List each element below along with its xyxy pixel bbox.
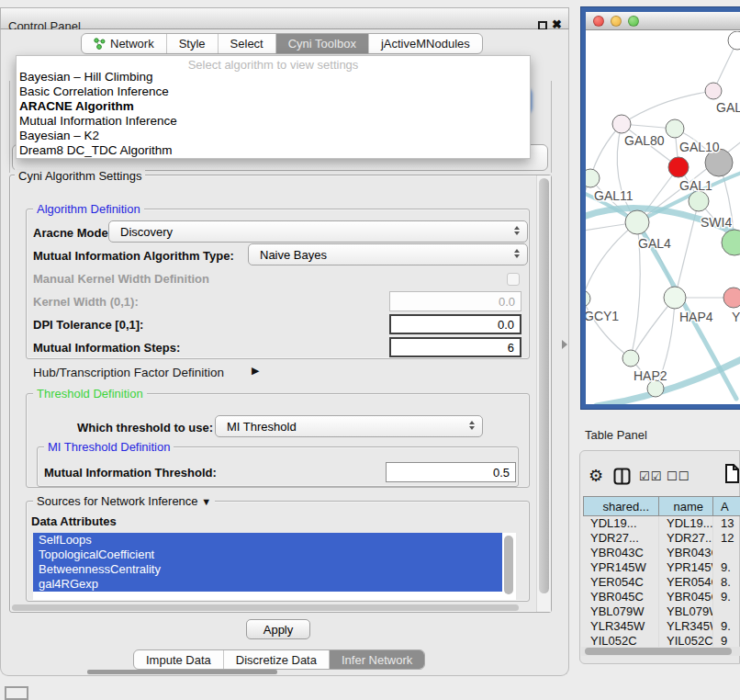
- network-node[interactable]: [705, 83, 722, 99]
- table-cell[interactable]: YBL079W: [583, 604, 659, 619]
- network-window-titlebar[interactable]: [586, 12, 740, 30]
- table-row[interactable]: YBR043C YBR043C: [583, 546, 740, 560]
- aracne-mode-select[interactable]: Discovery: [108, 220, 528, 243]
- dpi-tolerance-input[interactable]: 0.0: [389, 314, 521, 334]
- settings-vertical-scrollbar-track[interactable]: [536, 175, 551, 612]
- table-row[interactable]: YLR345W YLR345W 9.: [583, 619, 740, 634]
- attribute-item-selected[interactable]: TopologicalCoefficient: [33, 548, 502, 562]
- table-cell[interactable]: YDR27...: [659, 531, 713, 546]
- tab-jactivemnodules[interactable]: jActiveMNodules: [368, 34, 482, 53]
- network-node-gal1-red[interactable]: [668, 157, 689, 177]
- column-header-shared-name[interactable]: shared...: [583, 496, 659, 516]
- columns-icon[interactable]: [613, 468, 631, 485]
- table-cell[interactable]: YBR045C: [659, 590, 713, 604]
- network-view-window[interactable]: GAL GAL80 GAL10 GAL1 GAL11 SWI4 GAL4 GCY…: [581, 7, 740, 409]
- table-cell[interactable]: YLR345W: [659, 619, 713, 634]
- tab-style[interactable]: Style: [166, 34, 218, 53]
- mi-steps-input[interactable]: 6: [389, 337, 521, 357]
- table-cell[interactable]: YDL19...: [583, 516, 659, 531]
- kernel-width-input[interactable]: 0.0: [389, 291, 521, 311]
- column-header-name[interactable]: name: [659, 496, 713, 516]
- table-cell[interactable]: 8.: [713, 575, 740, 590]
- network-canvas[interactable]: GAL GAL80 GAL10 GAL1 GAL11 SWI4 GAL4 GCY…: [586, 31, 740, 404]
- table-cell[interactable]: [713, 546, 740, 560]
- table-cell[interactable]: 9.: [713, 619, 740, 634]
- control-panel-bottom-scrollbar-thumb[interactable]: [87, 670, 277, 674]
- table-cell[interactable]: 12: [713, 531, 740, 546]
- tab-network[interactable]: Network: [82, 34, 166, 53]
- algorithm-option-mutual-information[interactable]: Mutual Information Inference: [17, 114, 530, 129]
- hub-definition-label[interactable]: Hub/Transcription Factor Definition: [33, 366, 224, 379]
- table-row[interactable]: YDL19... YDL19... 13: [583, 516, 740, 531]
- control-panel-titlebar[interactable]: Control Panel ✖: [0, 7, 569, 29]
- mi-threshold-input[interactable]: 0.5: [386, 462, 516, 482]
- table-cell[interactable]: YPR145W: [583, 560, 659, 575]
- table-cell[interactable]: YER054C: [659, 575, 713, 590]
- table-cell[interactable]: YBR043C: [583, 546, 659, 560]
- network-node[interactable]: [728, 31, 740, 50]
- network-node-hap2[interactable]: [622, 350, 639, 367]
- table-horizontal-scrollbar-thumb[interactable]: [585, 648, 732, 655]
- apply-button[interactable]: Apply: [246, 619, 310, 639]
- algorithm-option-dream8[interactable]: Dream8 DC_TDC Algorithm: [17, 143, 530, 158]
- network-node-swi4[interactable]: [689, 191, 709, 211]
- table-cell[interactable]: YPR145W: [659, 560, 713, 575]
- table-cell[interactable]: 9.: [713, 590, 740, 604]
- table-cell[interactable]: YLR345W: [583, 619, 659, 634]
- table-row[interactable]: YBR045C YBR045C 9.: [583, 590, 740, 604]
- network-node-gcy1[interactable]: [586, 290, 590, 307]
- network-node-gal10[interactable]: [666, 119, 684, 138]
- table-cell[interactable]: 13: [713, 516, 740, 531]
- attribute-item-selected[interactable]: BetweennessCentrality: [33, 562, 502, 577]
- close-traffic-light-icon[interactable]: [593, 16, 604, 27]
- network-node-salmon[interactable]: [723, 288, 740, 308]
- attribute-item-selected[interactable]: SelfLoops: [33, 533, 502, 548]
- mi-algorithm-type-select[interactable]: Naive Bayes: [248, 243, 528, 265]
- table-cell[interactable]: YBL079W: [659, 604, 713, 619]
- algorithm-option-aracne[interactable]: ARACNE Algorithm: [17, 99, 530, 114]
- table-cell[interactable]: YDR27...: [583, 531, 659, 546]
- select-all-checkboxes-icon[interactable]: ☑☑: [639, 469, 662, 483]
- file-export-icon[interactable]: [724, 463, 740, 484]
- attribute-item-selected[interactable]: gal4RGexp: [33, 577, 502, 592]
- table-cell[interactable]: YBR045C: [583, 590, 659, 604]
- table-row[interactable]: YPR145W YPR145W 9.: [583, 560, 740, 575]
- tab-discretize-data[interactable]: Discretize Data: [223, 650, 329, 669]
- expand-down-icon[interactable]: ▼: [201, 496, 211, 507]
- tab-select[interactable]: Select: [218, 34, 275, 53]
- expand-right-icon[interactable]: ▶: [252, 365, 259, 377]
- table-cell[interactable]: YDL19...: [659, 516, 713, 531]
- panel-divider-handle[interactable]: [562, 340, 567, 349]
- partial-button-bottom-left[interactable]: [5, 686, 28, 700]
- network-node-hap4[interactable]: [664, 287, 686, 309]
- zoom-traffic-light-icon[interactable]: [628, 16, 639, 27]
- column-header-clipped[interactable]: A: [713, 496, 740, 516]
- network-node-gal80[interactable]: [612, 115, 631, 133]
- tab-infer-network[interactable]: Infer Network: [329, 650, 424, 669]
- network-node-gal4[interactable]: [625, 210, 649, 234]
- data-attributes-list[interactable]: SelfLoops TopologicalCoefficient Between…: [33, 533, 516, 600]
- sources-group-title[interactable]: Sources for Network Inference ▼: [33, 494, 215, 508]
- deselect-all-checkboxes-icon[interactable]: ☐☐: [667, 469, 690, 483]
- tab-impute-data[interactable]: Impute Data: [134, 650, 223, 669]
- algorithm-option-basic-correlation[interactable]: Basic Correlation Inference: [17, 85, 530, 99]
- network-node-gal11[interactable]: [586, 169, 600, 187]
- table-row[interactable]: YER054C YER054C 8.: [583, 575, 740, 590]
- algorithm-option-bayesian-k2[interactable]: Bayesian – K2: [17, 129, 530, 143]
- which-threshold-select[interactable]: MI Threshold: [215, 415, 483, 437]
- tab-cyni-toolbox[interactable]: Cyni Toolbox: [275, 34, 368, 53]
- table-row[interactable]: YDR27... YDR27... 12: [583, 531, 740, 546]
- table-cell[interactable]: 9.: [713, 560, 740, 575]
- table-cell[interactable]: [713, 604, 740, 619]
- table-cell[interactable]: YER054C: [583, 575, 659, 590]
- settings-horizontal-scrollbar-thumb[interactable]: [12, 604, 519, 611]
- manual-kernel-width-checkbox[interactable]: [507, 273, 520, 286]
- settings-vertical-scrollbar-thumb[interactable]: [539, 178, 549, 593]
- table-row[interactable]: YBL079W YBL079W: [583, 604, 740, 619]
- table-cell[interactable]: YBR043C: [659, 546, 713, 560]
- gear-icon[interactable]: ⚙: [589, 466, 603, 486]
- minimize-traffic-light-icon[interactable]: [611, 16, 622, 27]
- algorithm-option-bayesian-hill-climbing[interactable]: Bayesian – Hill Climbing: [17, 70, 530, 85]
- network-node[interactable]: [722, 230, 740, 255]
- attribute-list-scrollbar[interactable]: [504, 536, 513, 594]
